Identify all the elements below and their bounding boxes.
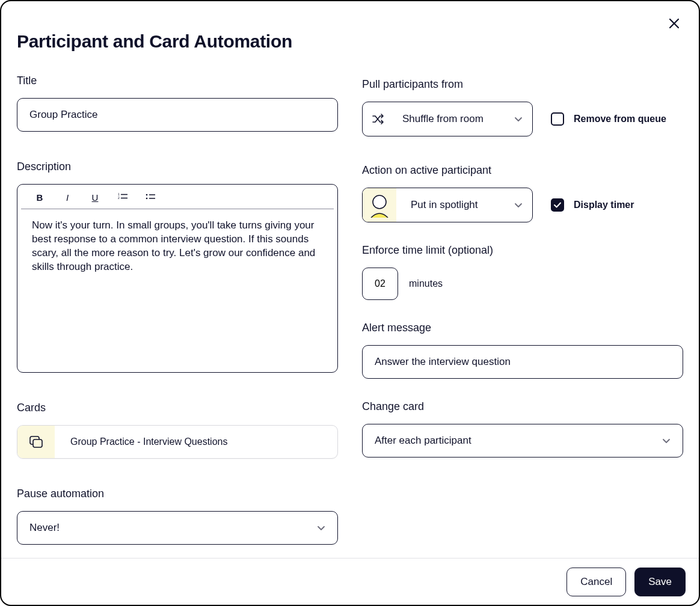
pause-select[interactable]: Never!: [17, 511, 338, 545]
change-card-label: Change card: [362, 400, 683, 413]
shuffle-icon: [372, 113, 385, 125]
display-timer-row: Display timer: [551, 198, 634, 212]
display-timer-checkbox[interactable]: [551, 198, 564, 212]
chevron-down-icon: [514, 115, 523, 123]
cards-selector[interactable]: Group Practice - Interview Questions: [17, 425, 338, 459]
modal-content: Participant and Card Automation Title De…: [1, 1, 699, 558]
pause-label: Pause automation: [17, 488, 338, 500]
minutes-label: minutes: [409, 278, 443, 289]
spotlight-thumb: [363, 188, 396, 222]
alert-label: Alert message: [362, 322, 683, 334]
time-limit-label: Enforce time limit (optional): [362, 244, 683, 257]
close-icon: [668, 17, 680, 29]
close-button[interactable]: [665, 14, 683, 32]
svg-point-12: [373, 195, 386, 209]
underline-button[interactable]: U: [88, 191, 102, 204]
page-title: Participant and Card Automation: [17, 31, 338, 52]
pull-select[interactable]: Shuffle from room: [362, 102, 533, 136]
svg-text:2: 2: [118, 196, 120, 200]
ordered-list-button[interactable]: 1 2: [116, 191, 129, 204]
time-limit-input[interactable]: [362, 268, 398, 300]
right-column: Pull participants from Shuffle from room: [362, 31, 683, 546]
bold-button[interactable]: B: [33, 191, 46, 204]
chevron-down-icon: [317, 524, 325, 532]
action-label: Action on active participant: [362, 164, 683, 177]
ordered-list-icon: 1 2: [118, 193, 127, 201]
editor-toolbar: B I U 1 2: [21, 185, 334, 209]
change-card-value: After each participant: [375, 435, 471, 447]
remove-queue-label: Remove from queue: [574, 114, 666, 124]
cancel-button[interactable]: Cancel: [566, 568, 626, 596]
action-row: Put in spotlight Display timer: [362, 188, 683, 222]
person-icon: [369, 192, 390, 218]
unordered-list-icon: [146, 193, 155, 201]
pull-row: Shuffle from room Remove from queue: [362, 102, 683, 136]
description-label: Description: [17, 161, 338, 173]
action-value: Put in spotlight: [411, 199, 478, 211]
change-card-select[interactable]: After each participant: [362, 424, 683, 458]
cards-icon: [29, 435, 43, 448]
unordered-list-button[interactable]: [144, 191, 157, 204]
description-editor: B I U 1 2: [17, 184, 338, 373]
chevron-down-icon: [662, 436, 671, 445]
modal-window: Participant and Card Automation Title De…: [0, 0, 700, 606]
cards-label: Cards: [17, 402, 338, 414]
pull-label: Pull participants from: [362, 78, 683, 91]
cards-value: Group Practice - Interview Questions: [55, 436, 227, 447]
display-timer-label: Display timer: [574, 200, 634, 210]
pull-value: Shuffle from room: [402, 113, 484, 125]
check-icon: [554, 202, 561, 208]
action-select[interactable]: Put in spotlight: [362, 188, 533, 222]
title-label: Title: [17, 75, 338, 87]
left-column: Participant and Card Automation Title De…: [17, 31, 338, 546]
shuffle-icon-box: [363, 102, 394, 136]
italic-button[interactable]: I: [61, 191, 74, 204]
time-limit-row: minutes: [362, 268, 683, 300]
chevron-down-icon: [514, 201, 523, 209]
save-button[interactable]: Save: [634, 568, 686, 596]
alert-input[interactable]: [362, 345, 683, 379]
remove-queue-checkbox[interactable]: [551, 112, 564, 126]
remove-queue-row: Remove from queue: [551, 112, 666, 126]
svg-point-7: [146, 198, 148, 200]
cards-icon-box: [17, 426, 55, 458]
modal-footer: Cancel Save: [1, 558, 699, 605]
pause-value: Never!: [29, 522, 60, 534]
title-input[interactable]: [17, 98, 338, 132]
svg-point-6: [146, 194, 148, 196]
description-textarea[interactable]: Now it's your turn. In small groups, you…: [17, 209, 337, 372]
svg-rect-11: [33, 439, 42, 447]
